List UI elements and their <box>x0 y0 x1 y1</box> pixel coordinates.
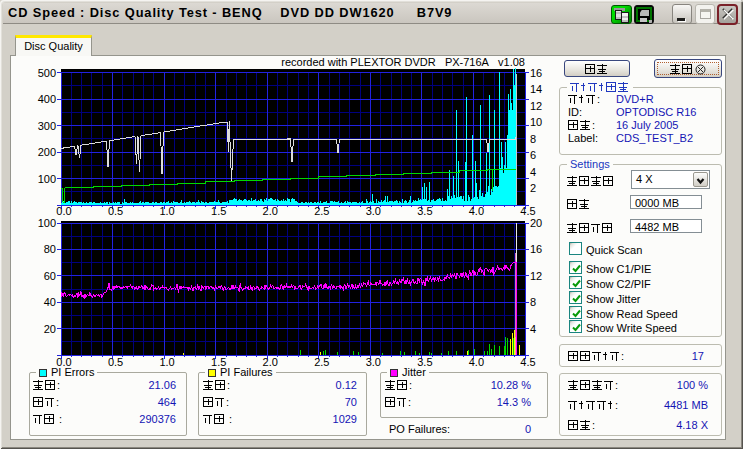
svg-text:500: 500 <box>38 67 56 79</box>
svg-text:1.0: 1.0 <box>159 205 174 217</box>
svg-text:4: 4 <box>530 166 536 178</box>
svg-text:3.5: 3.5 <box>417 205 432 217</box>
svg-text:3.0: 3.0 <box>366 205 381 217</box>
svg-text:400: 400 <box>38 93 56 105</box>
svg-text:10: 10 <box>530 116 542 128</box>
svg-text:2.5: 2.5 <box>314 205 329 217</box>
svg-text:300: 300 <box>38 120 56 132</box>
svg-text:8: 8 <box>530 133 536 145</box>
svg-text:200: 200 <box>38 146 56 158</box>
svg-text:1.5: 1.5 <box>211 205 226 217</box>
svg-text:recorded with PLEXTOR DVDR P: recorded with PLEXTOR DVDR PX-716A v1.08 <box>281 56 525 68</box>
svg-text:12: 12 <box>530 270 542 282</box>
svg-text:16: 16 <box>530 67 542 79</box>
svg-text:16: 16 <box>530 243 542 255</box>
svg-text:4.5: 4.5 <box>520 205 535 217</box>
svg-text:4.5: 4.5 <box>520 356 535 368</box>
svg-text:0.5: 0.5 <box>108 356 123 368</box>
svg-text:8: 8 <box>530 296 536 308</box>
svg-text:4.0: 4.0 <box>469 205 484 217</box>
svg-text:80: 80 <box>44 243 56 255</box>
svg-text:100: 100 <box>38 173 56 185</box>
svg-text:6: 6 <box>530 149 536 161</box>
svg-text:0.0: 0.0 <box>56 205 71 217</box>
svg-text:2: 2 <box>530 182 536 194</box>
svg-text:0.5: 0.5 <box>108 205 123 217</box>
svg-text:40: 40 <box>44 296 56 308</box>
svg-text:1.0: 1.0 <box>159 356 174 368</box>
svg-text:100: 100 <box>38 217 56 229</box>
svg-text:4: 4 <box>530 323 536 335</box>
svg-text:2.5: 2.5 <box>314 356 329 368</box>
svg-text:12: 12 <box>530 100 542 112</box>
svg-text:14: 14 <box>530 83 542 95</box>
svg-text:60: 60 <box>44 270 56 282</box>
svg-text:20: 20 <box>44 323 56 335</box>
svg-text:2.0: 2.0 <box>263 205 278 217</box>
svg-text:3.0: 3.0 <box>366 356 381 368</box>
svg-text:20: 20 <box>530 217 542 229</box>
svg-text:4.0: 4.0 <box>469 356 484 368</box>
